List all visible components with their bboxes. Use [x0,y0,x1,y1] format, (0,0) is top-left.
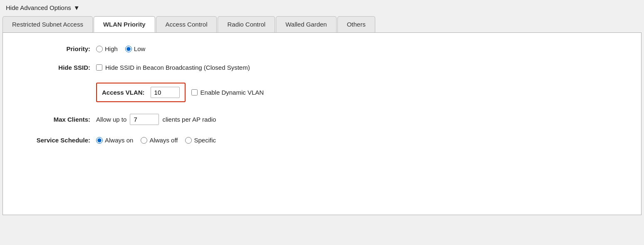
max-clients-input[interactable] [130,114,159,125]
hide-ssid-checkbox-label: Hide SSID in Beacon Broadcasting (Closed… [105,64,250,71]
service-schedule-label: Service Schedule: [20,137,90,144]
priority-low-radio[interactable] [125,46,132,52]
schedule-always-off-option[interactable]: Always off [141,137,178,144]
tab-walled-garden[interactable]: Walled Garden [276,16,337,32]
schedule-specific-option[interactable]: Specific [185,137,216,144]
main-panel: Priority: High Low Hide SSID: Hide SSID … [2,32,642,215]
hide-ssid-option[interactable]: Hide SSID in Beacon Broadcasting (Closed… [96,64,250,71]
tab-restricted-subnet-access[interactable]: Restricted Subnet Access [2,16,93,32]
schedule-always-on-option[interactable]: Always on [96,137,133,144]
hide-ssid-label: Hide SSID: [20,64,90,71]
enable-dynamic-vlan-checkbox[interactable] [191,89,198,96]
max-clients-row: Max Clients: Allow up to clients per AP … [20,114,624,125]
chevron-down-icon: ▼ [74,4,80,11]
priority-high-option[interactable]: High [96,45,118,52]
access-vlan-group: Access VLAN: [96,83,186,102]
service-schedule-row: Service Schedule: Always on Always off S… [20,137,624,144]
max-clients-label: Max Clients: [20,116,90,123]
hide-advanced-label: Hide Advanced Options [6,4,71,11]
tab-radio-control[interactable]: Radio Control [218,16,275,32]
hide-ssid-row: Hide SSID: Hide SSID in Beacon Broadcast… [20,64,624,71]
enable-dynamic-vlan-label: Enable Dynamic VLAN [201,89,264,96]
priority-high-label: High [105,45,118,52]
tab-wlan-priority[interactable]: WLAN Priority [94,16,155,32]
schedule-specific-label: Specific [194,137,216,144]
priority-high-radio[interactable] [96,46,103,52]
schedule-always-off-label: Always off [149,137,178,144]
hide-ssid-checkbox[interactable] [96,64,102,71]
allow-up-to-text: Allow up to [96,116,126,123]
hide-advanced-options[interactable]: Hide Advanced Options ▼ [0,0,644,16]
priority-low-option[interactable]: Low [125,45,146,52]
tabs-bar: Restricted Subnet Access WLAN Priority A… [2,16,642,32]
schedule-always-on-radio[interactable] [96,137,103,144]
service-schedule-group: Always on Always off Specific [96,137,216,144]
priority-label: Priority: [20,45,90,52]
enable-dynamic-vlan-option[interactable]: Enable Dynamic VLAN [191,89,264,96]
priority-radio-group: High Low [96,45,145,52]
access-vlan-input[interactable] [151,87,180,98]
priority-row: Priority: High Low [20,45,624,52]
max-clients-inline: Allow up to clients per AP radio [96,114,216,125]
schedule-always-off-radio[interactable] [141,137,147,144]
access-vlan-row: Access VLAN: Enable Dynamic VLAN [20,83,624,102]
page-wrapper: Hide Advanced Options ▼ Restricted Subne… [0,0,644,245]
schedule-always-on-label: Always on [105,137,133,144]
clients-per-ap-text: clients per AP radio [162,116,216,123]
schedule-specific-radio[interactable] [185,137,192,144]
tab-others[interactable]: Others [337,16,375,32]
priority-low-label: Low [134,45,146,52]
tab-access-control[interactable]: Access Control [156,16,217,32]
access-vlan-inner-label: Access VLAN: [102,89,145,96]
